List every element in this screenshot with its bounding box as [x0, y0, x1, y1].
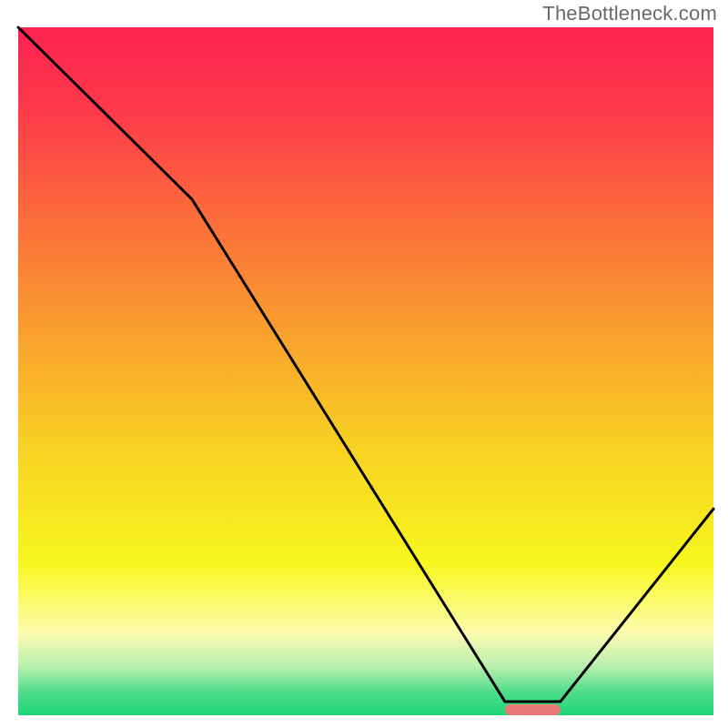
highlight-band: [505, 704, 561, 715]
bottleneck-chart: [0, 0, 728, 728]
chart-container: TheBottleneck.com: [0, 0, 728, 728]
